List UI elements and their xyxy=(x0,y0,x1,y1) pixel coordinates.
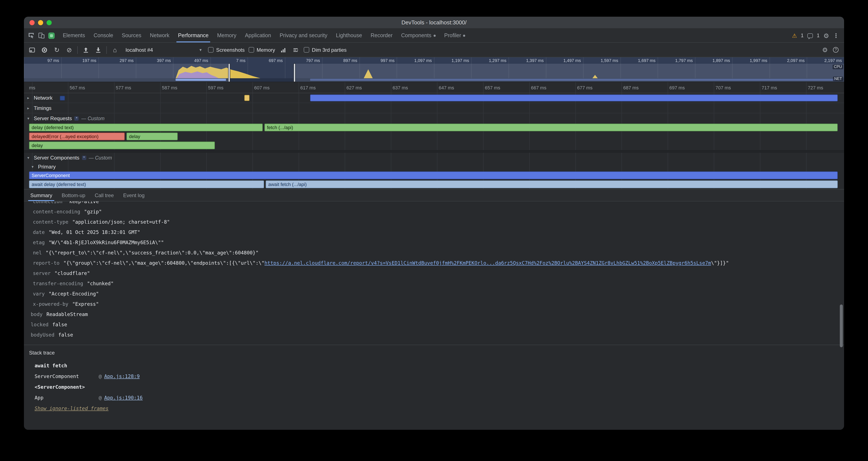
devtools-tabbar: Elements Console Sources Network Perform… xyxy=(24,29,844,43)
source-location-link[interactable]: App.js:128:9 xyxy=(104,373,140,379)
tab-sources[interactable]: Sources xyxy=(118,29,146,42)
help-icon[interactable] xyxy=(833,47,839,53)
tab-recorder[interactable]: Recorder xyxy=(366,29,397,42)
memory-checkbox-group: Memory xyxy=(248,47,275,53)
ruler-tick-label: 637 ms xyxy=(393,85,408,90)
tab-event-log[interactable]: Event log xyxy=(119,190,149,201)
server-requests-row-1: delay (deferred text) fetch (.../api) xyxy=(24,123,844,132)
device-toolbar-icon[interactable] xyxy=(38,32,45,39)
header-row: x-powered-by"Express" xyxy=(24,299,844,309)
details-scrollbar[interactable] xyxy=(840,305,843,347)
primary-group-header[interactable]: Primary xyxy=(24,163,844,171)
tab-profiler[interactable]: Profiler xyxy=(440,29,470,42)
ruler-tick-label: 567 ms xyxy=(70,85,85,90)
warning-icon[interactable] xyxy=(792,33,797,38)
dim-3rd-parties-checkbox[interactable] xyxy=(304,47,309,53)
save-profile-icon[interactable] xyxy=(94,45,102,55)
issues-bubble-icon[interactable] xyxy=(807,33,813,38)
overview-time-labels: 97 ms197 ms297 ms397 ms497 ms7 ms697 ms7… xyxy=(24,57,844,64)
overview-time-label: 897 ms xyxy=(322,57,360,64)
tab-console[interactable]: Console xyxy=(89,29,118,42)
zoom-window-button[interactable] xyxy=(46,20,52,25)
overview-time-label: 1,197 ms xyxy=(434,57,471,64)
overview-time-label: 97 ms xyxy=(24,57,61,64)
toolbar-divider xyxy=(106,46,107,54)
extension-tab-dot-icon xyxy=(463,34,465,36)
clear-recording-icon[interactable] xyxy=(65,45,73,55)
selection-handle-right[interactable] xyxy=(293,63,296,82)
show-ignore-listed-frames-link[interactable]: Show ignore-listed frames xyxy=(35,403,108,414)
tab-lighthouse[interactable]: Lighthouse xyxy=(332,29,366,42)
chevron-right-icon xyxy=(27,106,31,110)
throttling-icon[interactable] xyxy=(291,45,300,55)
inspect-element-icon[interactable] xyxy=(28,32,35,39)
selection-handle-left[interactable] xyxy=(228,63,230,82)
overview-time-label: 1,097 ms xyxy=(397,57,434,64)
server-components-row-2: await delay (deferred text) await fetch … xyxy=(24,180,844,189)
tab-components[interactable]: Components xyxy=(397,29,440,42)
live-metrics-home-icon[interactable] xyxy=(111,45,119,55)
tab-elements[interactable]: Elements xyxy=(59,29,89,42)
extension-icon[interactable] xyxy=(48,32,55,39)
ruler-tick-label: 657 ms xyxy=(485,85,500,90)
toolbar-divider xyxy=(77,46,78,54)
minimize-window-button[interactable] xyxy=(38,20,43,25)
panel-layout-icon[interactable] xyxy=(28,45,36,55)
stack-group-header: await fetch xyxy=(29,361,844,371)
tab-network[interactable]: Network xyxy=(146,29,174,42)
overview-time-label: 2,197 ms xyxy=(807,57,844,64)
tab-memory[interactable]: Memory xyxy=(213,29,241,42)
warning-count[interactable]: 1 xyxy=(801,33,804,38)
perf-bar-await-fetch[interactable]: await fetch (.../api) xyxy=(266,180,838,188)
network-track-label[interactable]: Network xyxy=(27,93,53,103)
capture-settings-gear-icon[interactable] xyxy=(822,47,828,53)
timings-track-label[interactable]: Timings xyxy=(27,103,52,113)
perf-bar-server-component[interactable]: ServerComponent xyxy=(29,172,838,179)
object-row: lockedfalse xyxy=(24,319,844,330)
overview-time-label: 1,297 ms xyxy=(471,57,508,64)
issues-count[interactable]: 1 xyxy=(817,33,819,38)
chevron-down-icon xyxy=(199,48,202,52)
header-row: server"cloudflare" xyxy=(24,268,844,279)
more-options-icon[interactable] xyxy=(833,32,839,38)
perf-bar-delay-deferred[interactable]: delay (deferred text) xyxy=(29,123,263,131)
record-icon[interactable] xyxy=(40,45,49,55)
tab-call-tree[interactable]: Call tree xyxy=(90,190,118,201)
load-profile-icon[interactable] xyxy=(82,45,90,55)
tab-bottom-up[interactable]: Bottom-up xyxy=(57,190,90,201)
header-row: content-type"application/json; charset=u… xyxy=(24,217,844,227)
screenshots-checkbox[interactable] xyxy=(208,47,214,53)
network-request-bar[interactable] xyxy=(310,94,838,102)
tab-summary[interactable]: Summary xyxy=(26,190,57,201)
timeline-overview[interactable]: 97 ms197 ms297 ms397 ms497 ms7 ms697 ms7… xyxy=(24,57,844,82)
server-components-track-header[interactable]: Server Components — Custom xyxy=(24,153,844,163)
overview-time-label: 1,697 ms xyxy=(620,57,658,64)
performance-toolbar: localhost #4 Screenshots Memory xyxy=(24,43,844,57)
memory-checkbox[interactable] xyxy=(248,47,254,53)
network-request-bar[interactable] xyxy=(60,96,65,100)
network-request-bar[interactable] xyxy=(244,95,249,101)
tab-performance[interactable]: Performance xyxy=(174,29,213,42)
overview-time-label: 1,497 ms xyxy=(546,57,583,64)
close-window-button[interactable] xyxy=(29,20,35,25)
server-requests-row-3: delay xyxy=(24,141,844,150)
history-select[interactable]: localhost #4 xyxy=(123,46,204,54)
chevron-down-icon xyxy=(27,155,31,160)
perf-bar-delayed-error[interactable]: delayedError (...ayed exception) xyxy=(29,133,125,140)
tab-application[interactable]: Application xyxy=(241,29,275,42)
server-requests-track-header[interactable]: Server Requests — Custom xyxy=(24,113,844,123)
record-and-reload-icon[interactable] xyxy=(53,45,61,55)
tab-privacy-and-security[interactable]: Privacy and security xyxy=(275,29,332,42)
perf-bar-delay[interactable]: delay xyxy=(29,142,215,149)
devtools-window: DevTools - localhost:3000/ xyxy=(24,17,844,430)
network-conditions-icon[interactable] xyxy=(279,45,287,55)
report-url-link[interactable]: https://a.nel.cloudflare.com/report/v4?s… xyxy=(265,260,711,266)
timeline-ruler: ms 567 ms577 ms587 ms597 ms607 ms617 ms6… xyxy=(24,82,844,93)
settings-gear-icon[interactable] xyxy=(824,32,829,39)
perf-bar-await-delay[interactable]: await delay (deferred text) xyxy=(29,180,264,188)
network-track[interactable]: Network xyxy=(24,93,844,103)
perf-bar-fetch-api[interactable]: fetch (.../api) xyxy=(265,123,838,131)
source-location-link[interactable]: App.js:190:16 xyxy=(104,395,143,401)
perf-bar-delay[interactable]: delay xyxy=(126,133,178,140)
timings-track[interactable]: Timings xyxy=(24,103,844,113)
